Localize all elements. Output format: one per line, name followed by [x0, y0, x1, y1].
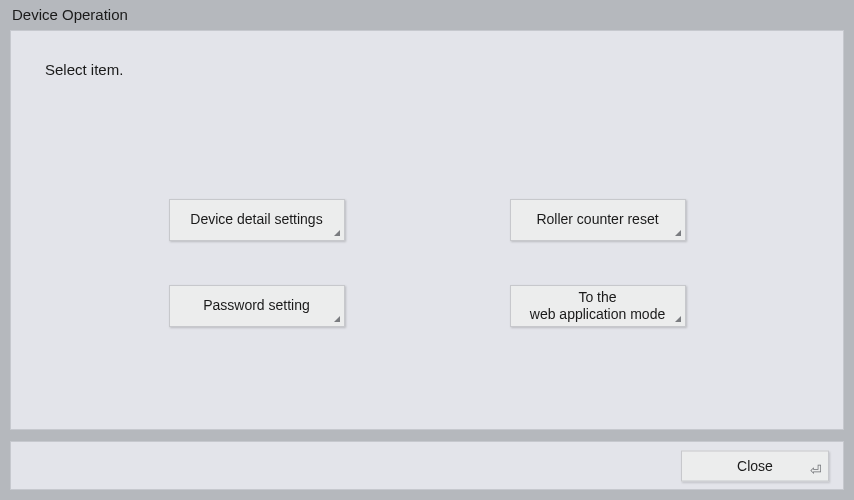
window-title: Device Operation: [0, 0, 854, 30]
chevron-right-icon: [675, 230, 681, 236]
device-detail-settings-button[interactable]: Device detail settings: [169, 199, 345, 241]
main-panel: Select item. Device detail settings Roll…: [10, 30, 844, 430]
button-label-line1: To the: [578, 289, 616, 305]
roller-counter-reset-button[interactable]: Roller counter reset: [510, 199, 686, 241]
button-label: Roller counter reset: [536, 211, 658, 229]
button-label: Close: [737, 458, 773, 474]
button-grid: Device detail settings Roller counter re…: [11, 199, 843, 327]
button-label: Password setting: [203, 297, 310, 315]
chevron-right-icon: [334, 316, 340, 322]
close-button[interactable]: Close ⏎: [681, 450, 829, 481]
footer-bar: Close ⏎: [10, 441, 844, 490]
chevron-right-icon: [334, 230, 340, 236]
return-icon: ⏎: [810, 462, 822, 476]
web-application-mode-button[interactable]: To the web application mode: [510, 285, 686, 327]
button-label-line2: web application mode: [530, 306, 665, 322]
chevron-right-icon: [675, 316, 681, 322]
password-setting-button[interactable]: Password setting: [169, 285, 345, 327]
select-item-prompt: Select item.: [45, 61, 123, 78]
device-operation-window: Device Operation Select item. Device det…: [0, 0, 854, 500]
button-label: To the web application mode: [530, 289, 665, 324]
button-label: Device detail settings: [190, 211, 322, 229]
